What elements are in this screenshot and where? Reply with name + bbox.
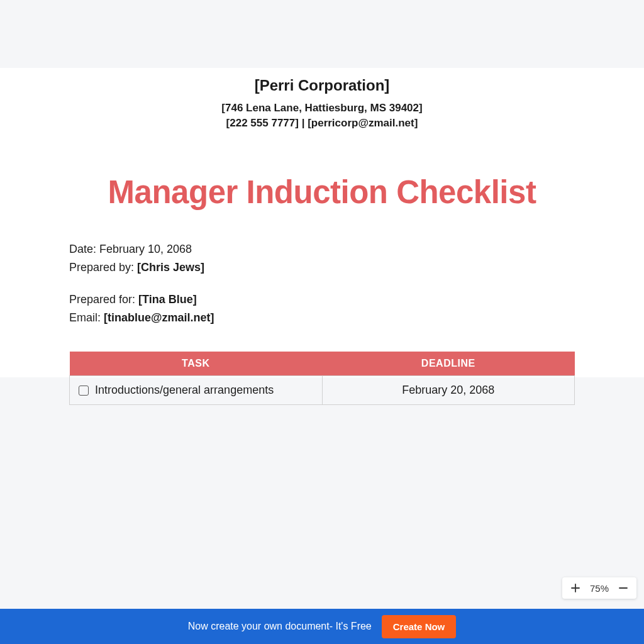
- table-header-deadline: DEADLINE: [322, 352, 575, 376]
- prepared-for-value: [Tina Blue]: [138, 293, 197, 306]
- company-address: [746 Lena Lane, Hattiesburg, MS 39402]: [69, 102, 575, 114]
- zoom-out-icon[interactable]: [618, 582, 629, 594]
- checklist-table: TASK DEADLINE Introductions/general arra…: [69, 352, 575, 405]
- table-row: Introductions/general arrangements Febru…: [70, 376, 575, 405]
- meta-block: Date: February 10, 2068 Prepared by: [Ch…: [69, 241, 575, 326]
- task-cell: Introductions/general arrangements: [79, 384, 313, 397]
- meta-prepared-by: Prepared by: [Chris Jews]: [69, 259, 575, 276]
- document-preview: [Perri Corporation] [746 Lena Lane, Hatt…: [0, 68, 644, 377]
- company-header: [Perri Corporation] [746 Lena Lane, Hatt…: [69, 77, 575, 130]
- checkbox-icon[interactable]: [79, 386, 89, 396]
- deadline-cell: February 20, 2068: [322, 376, 575, 405]
- email-value: [tinablue@zmail.net]: [104, 311, 214, 324]
- meta-email: Email: [tinablue@zmail.net]: [69, 309, 575, 326]
- table-header-task: TASK: [70, 352, 323, 376]
- company-name: [Perri Corporation]: [69, 77, 575, 94]
- prepared-for-label: Prepared for:: [69, 293, 138, 306]
- email-label: Email:: [69, 311, 104, 324]
- task-text: Introductions/general arrangements: [95, 384, 274, 397]
- document-title: Manager Induction Checklist: [69, 174, 575, 211]
- company-email: [perricorp@zmail.net]: [308, 117, 418, 129]
- meta-date: Date: February 10, 2068: [69, 241, 575, 258]
- zoom-in-icon[interactable]: [570, 582, 581, 594]
- zoom-level: 75%: [590, 583, 609, 594]
- date-label: Date:: [69, 243, 99, 255]
- create-now-button[interactable]: Create Now: [382, 615, 457, 638]
- banner-text: Now create your own document- It's Free: [188, 621, 372, 632]
- date-value: February 10, 2068: [99, 243, 192, 255]
- prepared-by-value: [Chris Jews]: [137, 261, 204, 274]
- meta-prepared-for: Prepared for: [Tina Blue]: [69, 291, 575, 308]
- promo-banner: Now create your own document- It's Free …: [0, 609, 644, 644]
- company-phone: [222 555 7777]: [226, 117, 299, 129]
- separator: |: [299, 117, 308, 129]
- company-contact: [222 555 7777] | [perricorp@zmail.net]: [69, 117, 575, 130]
- zoom-control: 75%: [562, 577, 636, 599]
- prepared-by-label: Prepared by:: [69, 261, 137, 274]
